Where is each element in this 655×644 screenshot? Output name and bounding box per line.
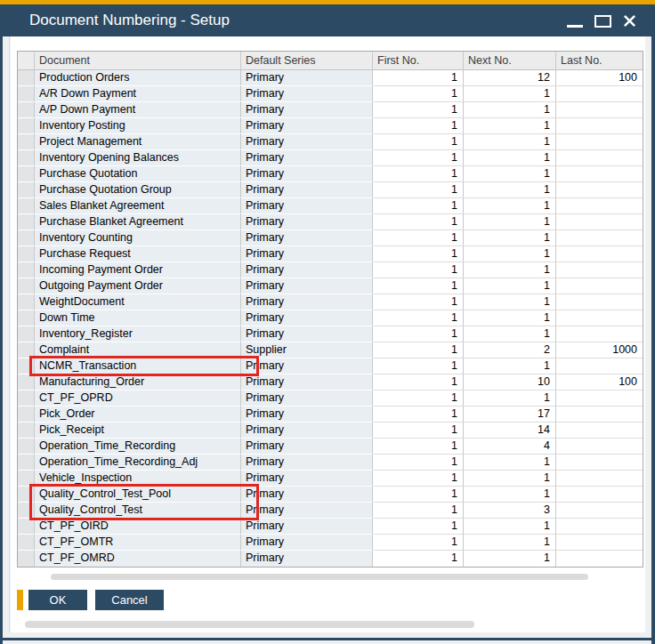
first-no-cell[interactable]: 1 xyxy=(373,278,464,294)
first-no-cell[interactable]: 1 xyxy=(373,487,464,503)
first-no-cell[interactable]: 1 xyxy=(373,102,464,118)
first-no-cell[interactable]: 1 xyxy=(373,134,464,150)
last-no-cell[interactable] xyxy=(556,535,643,551)
document-cell[interactable]: Pick_Order xyxy=(35,407,241,423)
document-cell[interactable]: Vehicle_Inspection xyxy=(35,471,241,487)
last-no-cell[interactable] xyxy=(556,439,643,455)
next-no-cell[interactable]: 1 xyxy=(464,519,556,535)
default-series-cell[interactable]: Primary xyxy=(241,134,373,150)
next-no-cell[interactable]: 1 xyxy=(464,262,556,278)
cancel-button[interactable]: Cancel xyxy=(95,590,164,610)
row-selector-cell[interactable] xyxy=(18,310,35,326)
next-no-cell[interactable]: 17 xyxy=(464,407,556,423)
document-cell[interactable]: Outgoing Payment Order xyxy=(35,278,241,294)
default-series-cell[interactable]: Primary xyxy=(241,246,373,262)
row-selector-cell[interactable] xyxy=(18,294,35,310)
first-no-cell[interactable]: 1 xyxy=(373,326,464,342)
next-no-cell[interactable]: 1 xyxy=(464,310,556,326)
last-no-cell[interactable] xyxy=(556,166,643,182)
row-selector-cell[interactable] xyxy=(18,182,35,198)
document-cell[interactable]: Incoming Payment Order xyxy=(35,262,241,278)
minimize-icon[interactable] xyxy=(567,25,583,28)
next-no-cell[interactable]: 1 xyxy=(464,230,556,246)
last-no-cell[interactable] xyxy=(556,134,643,150)
row-selector-cell[interactable] xyxy=(18,487,35,503)
row-selector-cell[interactable] xyxy=(18,102,35,118)
last-no-cell[interactable] xyxy=(556,102,643,118)
last-no-cell[interactable] xyxy=(556,118,643,134)
default-series-cell[interactable]: Primary xyxy=(241,102,373,118)
last-no-cell[interactable]: 100 xyxy=(556,374,643,390)
document-cell[interactable]: Pick_Receipt xyxy=(35,423,241,439)
last-no-cell[interactable] xyxy=(556,230,643,246)
titlebar[interactable]: Document Numbering - Setup xyxy=(0,4,655,36)
default-series-cell[interactable]: Supplier xyxy=(241,342,373,358)
next-no-cell[interactable]: 1 xyxy=(464,246,556,262)
last-no-cell[interactable] xyxy=(556,278,643,294)
last-no-cell[interactable]: 100 xyxy=(556,70,643,86)
maximize-icon[interactable] xyxy=(594,15,611,28)
row-selector-cell[interactable] xyxy=(18,374,35,390)
first-no-cell[interactable]: 1 xyxy=(373,230,464,246)
document-cell[interactable]: Inventory Posting xyxy=(35,118,241,134)
first-no-cell[interactable]: 1 xyxy=(373,166,464,182)
first-no-cell[interactable]: 1 xyxy=(373,503,464,519)
document-cell[interactable]: Inventory Counting xyxy=(35,230,241,246)
document-cell[interactable]: Operation_Time_Recording_Adj xyxy=(35,455,241,471)
first-no-cell[interactable]: 1 xyxy=(373,439,464,455)
row-selector-cell[interactable] xyxy=(18,471,35,487)
last-no-cell[interactable] xyxy=(556,326,643,342)
default-series-cell[interactable]: Primary xyxy=(241,214,373,230)
row-selector-cell[interactable] xyxy=(18,262,35,278)
row-selector-cell[interactable] xyxy=(18,86,35,102)
default-series-cell[interactable]: Primary xyxy=(241,310,373,326)
last-no-cell[interactable] xyxy=(556,150,643,166)
first-no-cell[interactable]: 1 xyxy=(373,342,464,358)
default-series-cell[interactable]: Primary xyxy=(241,86,373,102)
document-cell[interactable]: CT_PF_OMRD xyxy=(35,551,241,567)
last-no-cell[interactable] xyxy=(556,551,643,567)
next-no-cell[interactable]: 1 xyxy=(464,326,556,342)
document-cell[interactable]: CT_PF_OIRD xyxy=(35,519,241,535)
default-series-cell[interactable]: Primary xyxy=(241,166,373,182)
row-selector-cell[interactable] xyxy=(18,519,35,535)
document-cell[interactable]: Down Time xyxy=(35,310,241,326)
next-no-cell[interactable]: 1 xyxy=(464,166,556,182)
row-selector-cell[interactable] xyxy=(18,134,35,150)
default-series-cell[interactable]: Primary xyxy=(241,182,373,198)
window-horizontal-scrollbar[interactable] xyxy=(25,621,474,628)
default-series-cell[interactable]: Primary xyxy=(241,294,373,310)
row-selector-cell[interactable] xyxy=(18,246,35,262)
first-no-cell[interactable]: 1 xyxy=(373,294,464,310)
default-series-cell[interactable]: Primary xyxy=(241,150,373,166)
next-no-cell[interactable]: 2 xyxy=(464,342,556,358)
next-no-cell[interactable]: 4 xyxy=(464,439,556,455)
document-cell[interactable]: Purchase Blanket Agreement xyxy=(35,214,241,230)
default-series-cell[interactable]: Primary xyxy=(241,439,373,455)
document-cell[interactable]: Complaint xyxy=(35,342,241,358)
first-no-cell[interactable]: 1 xyxy=(373,310,464,326)
default-series-cell[interactable]: Primary xyxy=(241,407,373,423)
first-no-cell[interactable]: 1 xyxy=(373,262,464,278)
last-no-cell[interactable] xyxy=(556,86,643,102)
last-no-cell[interactable] xyxy=(556,198,643,214)
first-no-cell[interactable]: 1 xyxy=(373,519,464,535)
next-no-cell[interactable]: 1 xyxy=(464,358,556,374)
first-no-cell[interactable]: 1 xyxy=(373,551,464,567)
default-series-cell[interactable]: Primary xyxy=(241,230,373,246)
next-no-cell[interactable]: 1 xyxy=(464,182,556,198)
first-no-cell[interactable]: 1 xyxy=(373,423,464,439)
row-selector-cell[interactable] xyxy=(18,535,35,551)
first-no-cell[interactable]: 1 xyxy=(373,150,464,166)
document-cell[interactable]: Inventory Opening Balances xyxy=(35,150,241,166)
default-series-cell[interactable]: Primary xyxy=(241,278,373,294)
last-no-cell[interactable] xyxy=(556,390,643,407)
document-cell[interactable]: NCMR_Transaction xyxy=(35,358,241,374)
first-no-cell[interactable]: 1 xyxy=(373,535,464,551)
document-cell[interactable]: Purchase Quotation Group xyxy=(35,182,241,198)
next-no-cell[interactable]: 1 xyxy=(464,471,556,487)
next-no-cell[interactable]: 1 xyxy=(464,150,556,166)
next-no-cell[interactable]: 1 xyxy=(464,487,556,503)
row-selector-cell[interactable] xyxy=(18,326,35,342)
default-series-cell[interactable]: Primary xyxy=(241,118,373,134)
